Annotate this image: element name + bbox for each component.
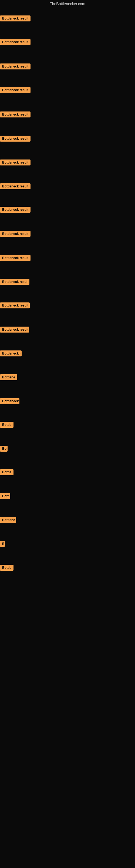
bottleneck-badge-24[interactable]: Bottle xyxy=(0,565,13,572)
bottleneck-label: Bottleneck result xyxy=(0,231,31,237)
bottleneck-label: Bottleneck result xyxy=(0,255,31,261)
bottleneck-label: Bottleneck result xyxy=(0,183,31,189)
bottleneck-label: Bottleneck result xyxy=(0,135,31,142)
bottleneck-label: Bottlene xyxy=(0,374,17,380)
bottleneck-badge-2[interactable]: Bottleneck result xyxy=(0,39,31,46)
bottleneck-label: Bottleneck result xyxy=(0,39,31,45)
bottleneck-badge-3[interactable]: Bottleneck result xyxy=(0,63,31,70)
bottleneck-badge-19[interactable]: Bo xyxy=(0,446,8,453)
bottleneck-label: Bottleneck result xyxy=(0,112,31,118)
site-title: TheBottlenecker.com xyxy=(0,0,135,8)
bottleneck-badge-23[interactable]: B xyxy=(0,541,5,548)
bottleneck-badge-21[interactable]: Bott xyxy=(0,493,10,500)
bottleneck-label: Bott xyxy=(0,493,10,499)
bottleneck-badge-12[interactable]: Bottleneck resul xyxy=(0,279,30,286)
bottleneck-badge-8[interactable]: Bottleneck result xyxy=(0,183,31,190)
bottleneck-label: Bo xyxy=(0,446,8,452)
bottleneck-badge-22[interactable]: Bottlene xyxy=(0,517,16,524)
bottleneck-label: Bottle xyxy=(0,469,13,475)
bottleneck-badge-20[interactable]: Bottle xyxy=(0,469,13,476)
bottleneck-badge-6[interactable]: Bottleneck result xyxy=(0,135,31,143)
bottleneck-badge-15[interactable]: Bottleneck r xyxy=(0,350,21,358)
bottleneck-label: Bottlene xyxy=(0,517,16,523)
bottleneck-label: Bottleneck result xyxy=(0,327,29,333)
bottleneck-badge-18[interactable]: Bottle xyxy=(0,422,13,429)
bottleneck-badge-7[interactable]: Bottleneck result xyxy=(0,159,31,166)
bottleneck-label: Bottleneck result xyxy=(0,207,31,213)
bottleneck-badge-5[interactable]: Bottleneck result xyxy=(0,112,31,119)
bottleneck-badge-17[interactable]: Bottleneck xyxy=(0,398,19,405)
bottleneck-label: Bottleneck result xyxy=(0,303,30,308)
bottleneck-badge-1[interactable]: Bottleneck result xyxy=(0,16,31,23)
bottleneck-badge-13[interactable]: Bottleneck result xyxy=(0,303,30,310)
bottleneck-label: Bottleneck result xyxy=(0,63,31,69)
bottleneck-label: Bottleneck resul xyxy=(0,279,30,285)
bottleneck-label: Bottleneck result xyxy=(0,16,31,22)
bottleneck-badge-11[interactable]: Bottleneck result xyxy=(0,255,31,262)
bottleneck-label: Bottle xyxy=(0,565,13,571)
bottleneck-badge-16[interactable]: Bottlene xyxy=(0,374,17,381)
bottleneck-badge-9[interactable]: Bottleneck result xyxy=(0,207,31,214)
bottleneck-label: Bottleneck result xyxy=(0,159,31,165)
bottleneck-badge-14[interactable]: Bottleneck result xyxy=(0,327,29,334)
bottleneck-label: Bottleneck r xyxy=(0,350,21,356)
bottleneck-label: B xyxy=(0,541,5,547)
bottleneck-label: Bottleneck xyxy=(0,398,19,404)
bottleneck-badge-10[interactable]: Bottleneck result xyxy=(0,231,31,238)
bottleneck-badge-4[interactable]: Bottleneck result xyxy=(0,87,31,94)
bottleneck-label: Bottle xyxy=(0,422,13,428)
bottleneck-label: Bottleneck result xyxy=(0,87,31,93)
